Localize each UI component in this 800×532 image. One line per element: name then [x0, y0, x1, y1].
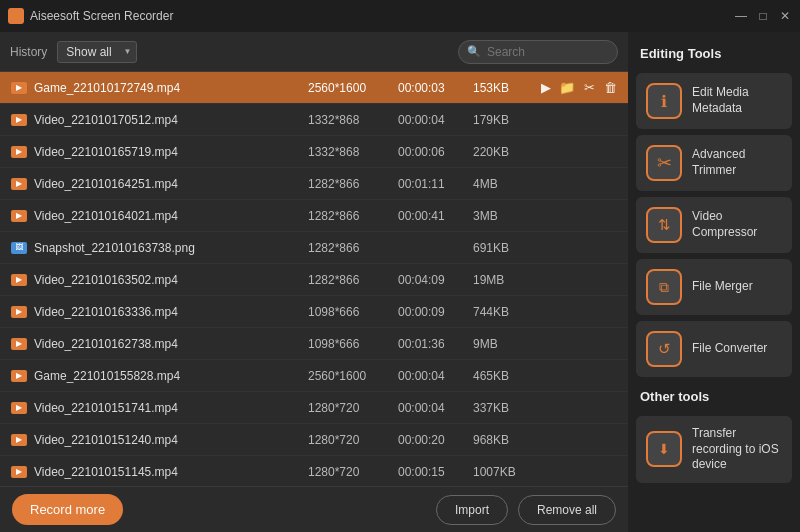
file-name: Video_221010164021.mp4	[34, 209, 308, 223]
record-more-button[interactable]: Record more	[12, 494, 123, 525]
file-size: 968KB	[473, 433, 538, 447]
file-merger-card[interactable]: ⧉ File Merger	[636, 259, 792, 315]
video-file-icon: ▶	[10, 145, 28, 159]
delete-button[interactable]: 🗑	[603, 80, 618, 96]
search-input[interactable]	[458, 40, 618, 64]
table-row[interactable]: ▶ Video_221010164021.mp4 1282*866 00:00:…	[0, 200, 628, 232]
video-file-icon: ▶	[10, 273, 28, 287]
file-duration: 00:01:11	[398, 177, 473, 191]
file-duration: 00:00:04	[398, 401, 473, 415]
file-name: Video_221010170512.mp4	[34, 113, 308, 127]
file-name: Game_221010172749.mp4	[34, 81, 308, 95]
video-file-icon: ▶	[10, 433, 28, 447]
edit-button[interactable]: ✂	[581, 80, 596, 96]
file-size: 220KB	[473, 145, 538, 159]
table-row[interactable]: ▶ Video_221010151741.mp4 1280*720 00:00:…	[0, 392, 628, 424]
file-size: 337KB	[473, 401, 538, 415]
maximize-button[interactable]: □	[756, 9, 770, 23]
remove-all-button[interactable]: Remove all	[518, 495, 616, 525]
app-icon	[8, 8, 24, 24]
file-actions: ▶ 📁 ✂ 🗑	[538, 80, 618, 96]
file-resolution: 2560*1600	[308, 369, 398, 383]
file-duration: 00:00:03	[398, 81, 473, 95]
file-resolution: 1282*866	[308, 241, 398, 255]
file-size: 9MB	[473, 337, 538, 351]
table-row[interactable]: ▶ Game_221010172749.mp4 2560*1600 00:00:…	[0, 72, 628, 104]
app-title: Aiseesoft Screen Recorder	[30, 9, 734, 23]
folder-button[interactable]: 📁	[559, 80, 575, 96]
file-size: 153KB	[473, 81, 538, 95]
file-duration: 00:00:04	[398, 113, 473, 127]
minimize-button[interactable]: —	[734, 9, 748, 23]
file-size: 744KB	[473, 305, 538, 319]
table-row[interactable]: 🖼 Snapshot_221010163738.png 1282*866 691…	[0, 232, 628, 264]
transfer-ios-label: Transfer recording to iOS device	[692, 426, 782, 473]
file-resolution: 1280*720	[308, 465, 398, 479]
import-button[interactable]: Import	[436, 495, 508, 525]
search-wrapper: 🔍	[458, 40, 618, 64]
video-compressor-icon: ⇅	[646, 207, 682, 243]
file-converter-card[interactable]: ↺ File Converter	[636, 321, 792, 377]
file-resolution: 2560*1600	[308, 81, 398, 95]
file-merger-label: File Merger	[692, 279, 753, 295]
table-row[interactable]: ▶ Video_221010163502.mp4 1282*866 00:04:…	[0, 264, 628, 296]
window-controls: — □ ✕	[734, 9, 792, 23]
video-file-icon: ▶	[10, 337, 28, 351]
file-duration: 00:04:09	[398, 273, 473, 287]
file-resolution: 1098*666	[308, 337, 398, 351]
file-duration: 00:00:15	[398, 465, 473, 479]
table-row[interactable]: ▶ Video_221010165719.mp4 1332*868 00:00:…	[0, 136, 628, 168]
play-button[interactable]: ▶	[538, 80, 553, 96]
editing-tools-title: Editing Tools	[636, 42, 792, 67]
video-file-icon: ▶	[10, 401, 28, 415]
file-resolution: 1282*866	[308, 273, 398, 287]
video-compressor-label: Video Compressor	[692, 209, 782, 240]
edit-metadata-icon: ℹ	[646, 83, 682, 119]
file-resolution: 1332*868	[308, 145, 398, 159]
video-file-icon: ▶	[10, 177, 28, 191]
file-merger-icon: ⧉	[646, 269, 682, 305]
video-file-icon: ▶	[10, 305, 28, 319]
video-file-icon: ▶	[10, 369, 28, 383]
video-file-icon: ▶	[10, 113, 28, 127]
table-row[interactable]: ▶ Video_221010170512.mp4 1332*868 00:00:…	[0, 104, 628, 136]
file-list: ▶ Game_221010172749.mp4 2560*1600 00:00:…	[0, 72, 628, 486]
file-name: Video_221010163336.mp4	[34, 305, 308, 319]
table-row[interactable]: ▶ Game_221010155828.mp4 2560*1600 00:00:…	[0, 360, 628, 392]
advanced-trimmer-card[interactable]: ✂ Advanced Trimmer	[636, 135, 792, 191]
file-name: Snapshot_221010163738.png	[34, 241, 308, 255]
file-resolution: 1098*666	[308, 305, 398, 319]
left-panel: History Show all 🔍 ▶ Game_221010172749.m…	[0, 32, 628, 532]
title-bar: Aiseesoft Screen Recorder — □ ✕	[0, 0, 800, 32]
video-compressor-card[interactable]: ⇅ Video Compressor	[636, 197, 792, 253]
table-row[interactable]: ▶ Video_221010151240.mp4 1280*720 00:00:…	[0, 424, 628, 456]
file-name: Game_221010155828.mp4	[34, 369, 308, 383]
transfer-ios-icon: ⬇	[646, 431, 682, 467]
table-row[interactable]: ▶ Video_221010162738.mp4 1098*666 00:01:…	[0, 328, 628, 360]
file-name: Video_221010162738.mp4	[34, 337, 308, 351]
toolbar: History Show all 🔍	[0, 32, 628, 72]
edit-media-metadata-card[interactable]: ℹ Edit Media Metadata	[636, 73, 792, 129]
video-file-icon: ▶	[10, 209, 28, 223]
file-duration: 00:00:20	[398, 433, 473, 447]
history-select[interactable]: Show all	[57, 41, 137, 63]
file-converter-icon: ↺	[646, 331, 682, 367]
file-resolution: 1332*868	[308, 113, 398, 127]
file-size: 691KB	[473, 241, 538, 255]
file-name: Video_221010163502.mp4	[34, 273, 308, 287]
table-row[interactable]: ▶ Video_221010164251.mp4 1282*866 00:01:…	[0, 168, 628, 200]
table-row[interactable]: ▶ Video_221010151145.mp4 1280*720 00:00:…	[0, 456, 628, 486]
advanced-trimmer-label: Advanced Trimmer	[692, 147, 782, 178]
transfer-ios-card[interactable]: ⬇ Transfer recording to iOS device	[636, 416, 792, 483]
file-resolution: 1280*720	[308, 433, 398, 447]
table-row[interactable]: ▶ Video_221010163336.mp4 1098*666 00:00:…	[0, 296, 628, 328]
image-file-icon: 🖼	[10, 241, 28, 255]
other-tools-title: Other tools	[636, 383, 792, 410]
file-name: Video_221010151145.mp4	[34, 465, 308, 479]
file-duration: 00:01:36	[398, 337, 473, 351]
file-size: 3MB	[473, 209, 538, 223]
file-size: 465KB	[473, 369, 538, 383]
file-name: Video_221010165719.mp4	[34, 145, 308, 159]
close-button[interactable]: ✕	[778, 9, 792, 23]
file-duration: 00:00:06	[398, 145, 473, 159]
